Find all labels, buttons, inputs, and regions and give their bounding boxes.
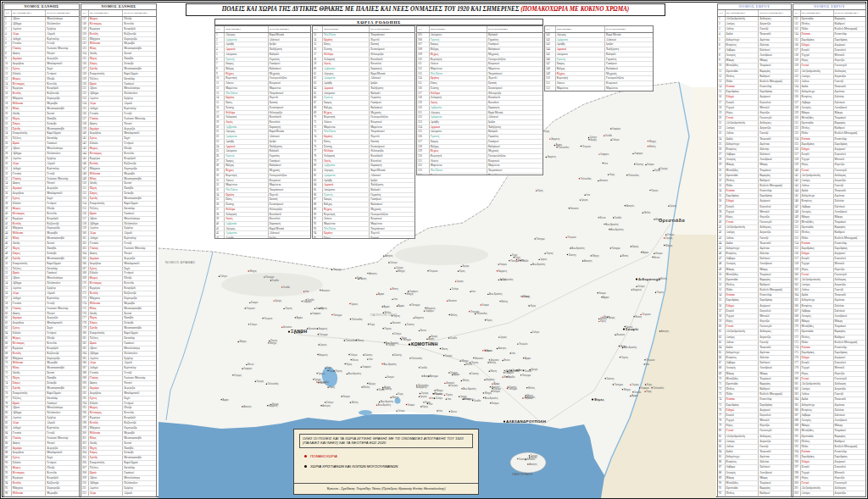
table-header-row: Α/ΑΝΕΑ ΟΝΟΜΑΣΙΑΠΑΛΑΙΑ ΟΝΟΜΑΣΙΑ bbox=[718, 10, 791, 17]
village-label: Δουκάτο bbox=[446, 381, 454, 385]
village-label: Άνω Δροσίνη bbox=[383, 363, 397, 366]
village-label: Σέλερο bbox=[390, 261, 398, 264]
table-group-title: ΝΟΜΟΣ ΕΒΡΟΥ bbox=[793, 4, 865, 10]
village-label: Πολύανθος bbox=[346, 339, 358, 342]
village-label: Πάτερμα bbox=[430, 374, 439, 378]
village-label: Μελίτη bbox=[660, 277, 667, 280]
village-label: Ιτέα bbox=[448, 397, 452, 401]
village-label: Πολύανθος bbox=[628, 174, 640, 177]
village-label: Μίσχος bbox=[485, 391, 492, 395]
village-label: Δαρμένη bbox=[498, 269, 508, 273]
table-rodopi-group-3: Α/ΑΝΕΟ ΟΝΟΜΑΠΑΛΑΙΟ ΟΝΟΜΑ105ΑσώματοιΚαλφα… bbox=[416, 25, 543, 175]
village-label: Βέννα bbox=[451, 410, 457, 413]
village-label: Κίρκη bbox=[347, 363, 353, 366]
mountains-shading bbox=[395, 245, 488, 265]
village-label: Δαρμένη bbox=[418, 385, 427, 389]
village-label: Κόσμιο bbox=[251, 301, 259, 304]
village-label: Στρύμη bbox=[396, 266, 403, 269]
village-label: Σκιάδα bbox=[420, 366, 427, 369]
village-label: Ίμερος bbox=[420, 395, 428, 398]
village-label: Άμφια bbox=[222, 398, 228, 402]
village-label: Άνω Δροσίνη bbox=[624, 346, 637, 349]
village-label: Άμφια bbox=[378, 292, 384, 296]
village-label: Ασκητές bbox=[661, 330, 670, 333]
table-header-row: Α/ΑΝΕΑ ΟΝΟΜΑΣΙΑΠΑΛΑΙΑ ΟΝΟΜΑΣΙΑ bbox=[81, 10, 156, 17]
table-header-row: Α/ΑΝΕΟ ΟΝΟΜΑΠΑΛΑΙΟ ΟΝΟΜΑ bbox=[313, 26, 415, 33]
village-label: Κόσμιο bbox=[647, 163, 654, 166]
village-label: Κίρκη bbox=[422, 405, 428, 408]
table-group-title: ΝΟΜΟΣ ΞΑΝΘΗΣ bbox=[81, 4, 156, 10]
village-label: Λοφάριο bbox=[612, 127, 620, 130]
village-label: Κίρκη bbox=[530, 304, 536, 308]
village-label: Σκιάδα bbox=[450, 336, 457, 340]
village-label: Δαρμένη bbox=[415, 316, 425, 319]
village-label: Άμφια bbox=[384, 305, 390, 308]
map-label: ΚΟΜΟΤΗΝΗ bbox=[411, 341, 438, 347]
village-label: Άμφια bbox=[643, 251, 648, 254]
village-label: Μίσχος bbox=[250, 269, 258, 273]
village-label: Σέλερο bbox=[612, 138, 620, 141]
village-label: Πόρπη bbox=[621, 356, 629, 359]
village-label: Μέστη bbox=[464, 397, 470, 401]
village-label: Κύμη bbox=[398, 392, 403, 396]
village-label: Κόσμιο bbox=[655, 252, 663, 255]
village-label: Πετρωτά bbox=[642, 313, 651, 316]
village-label: Σέλερο bbox=[394, 332, 402, 335]
village-label: Βέννα bbox=[531, 456, 537, 459]
village-label: Σώστης bbox=[569, 253, 577, 257]
village-label: Ιτέα bbox=[305, 290, 309, 293]
map-label: Διδυμότειχο bbox=[638, 277, 660, 281]
village-label: Ασκητές bbox=[243, 405, 252, 408]
village-label: Λοφάριο bbox=[426, 309, 434, 313]
table-xanthi-group-2: ΝΟΜΟΣ ΞΑΝΘΗΣΑ/ΑΝΕΑ ΟΝΟΜΑΣΙΑΠΑΛΑΙΑ ΟΝΟΜΑΣ… bbox=[81, 3, 157, 497]
village-label: Κίρκη bbox=[654, 169, 660, 172]
village-label: Δρύμη bbox=[590, 138, 597, 141]
village-label: Σέλερο bbox=[532, 330, 540, 334]
village-label: Σώστης bbox=[606, 377, 615, 380]
table-row: 97ΜύκηΜουσταφτσοβά bbox=[4, 496, 79, 498]
village-label: Πάτερμα bbox=[615, 383, 624, 386]
village-label: Μίσχος bbox=[239, 340, 247, 343]
village-label: Άνω Δροσίνη bbox=[532, 263, 546, 266]
village-label: Άμφια bbox=[297, 316, 303, 319]
table-row: 95ΣάπεςΣαπτσή bbox=[313, 236, 415, 239]
village-label: Λοφάριο bbox=[243, 367, 252, 370]
table-xanthi-group-1: ΝΟΜΟΣ ΞΑΝΘΗΣΑ/ΑΝΕΑ ΟΝΟΜΑΣΙΑΠΑΛΑΙΑ ΟΝΟΜΑΣ… bbox=[3, 3, 80, 497]
village-label: Κίρκη bbox=[329, 369, 335, 373]
village-label: Ίμερος bbox=[350, 302, 359, 306]
village-label: Ίμερος bbox=[539, 258, 548, 261]
samothrace-island bbox=[510, 452, 546, 473]
table-row: 203ΆνθειαΓιανιτζέ bbox=[793, 496, 865, 497]
red-dot-icon bbox=[304, 455, 307, 457]
village-label: Ίμερος bbox=[669, 204, 677, 208]
village-label: Μελίτη bbox=[463, 379, 470, 382]
village-label: Δουκάτο bbox=[616, 333, 625, 336]
village-label: Μελίτη bbox=[644, 211, 651, 214]
village-label: Άνω Δροσίνη bbox=[386, 341, 399, 345]
village-label: Κύμη bbox=[609, 173, 615, 176]
village-label: Ίμερος bbox=[314, 378, 322, 381]
village-label: Βέννα bbox=[487, 349, 492, 352]
village-label: Λοφάριο bbox=[600, 152, 609, 156]
village-label: Κόσμιο bbox=[492, 402, 499, 405]
village-label: Άμφια bbox=[556, 143, 562, 147]
village-label: Κίρκη bbox=[459, 269, 465, 273]
village-label: Δουκάτο bbox=[599, 179, 608, 182]
village-label: Μέστη bbox=[320, 381, 326, 385]
village-label: Άνω Δροσίνη bbox=[485, 396, 498, 400]
village-label: Κύμη bbox=[544, 130, 550, 133]
village-label: Δαρμένη bbox=[426, 307, 436, 310]
village-label: Ιτέα bbox=[586, 193, 590, 197]
table-header-row: Α/ΑΝΕΟ ΟΝΟΜΑΠΑΛΑΙΟ ΟΝΟΜΑ bbox=[417, 26, 542, 33]
village-label: Άνω Δροσίνη bbox=[348, 372, 362, 375]
village-label: Μελίτη bbox=[352, 401, 359, 404]
legend-item-pomak: ΠΟΜΑΚΟΧΩΡΙΑ bbox=[304, 454, 478, 458]
map-label: Σουφλί bbox=[626, 327, 638, 331]
village-label: Σκιάδα bbox=[525, 369, 531, 373]
village-label: Μελίτη bbox=[649, 145, 656, 148]
village-label: Μέστη bbox=[635, 315, 642, 319]
table-header-row: Α/ΑΝΕΑ ΟΝΟΜΑΣΙΑΠΑΛΑΙΑ ΟΝΟΜΑΣΙΑ bbox=[4, 10, 79, 17]
city-marker-icon bbox=[623, 329, 625, 330]
village-label: Άνω Δροσίνη bbox=[378, 403, 392, 407]
village-label: Άνω Δροσίνη bbox=[381, 400, 394, 403]
